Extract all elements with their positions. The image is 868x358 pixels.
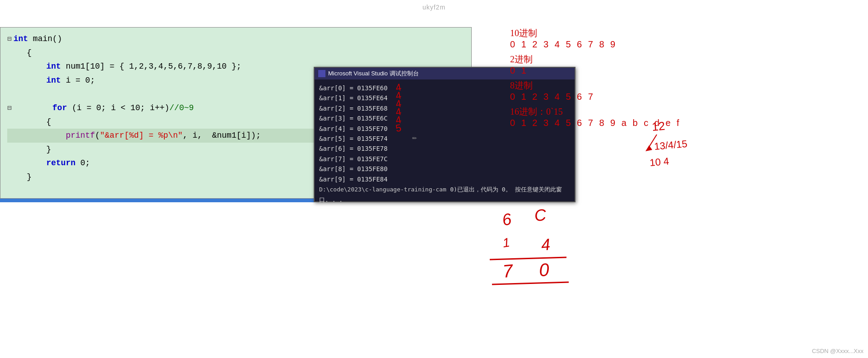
svg-text:4: 4: [540, 235, 551, 254]
console-line-5: &arr[5] = 0135FE74: [319, 134, 570, 144]
console-title: Microsoft Visual Studio 调试控制台: [328, 70, 419, 78]
decimal-section: 10进制 0 1 2 3 4 5 6 7 8 9: [510, 27, 849, 50]
hex-section: 16进制：0`15 0 1 2 3 4 5 6 7 8 9 a b c d e …: [510, 106, 849, 128]
octal-title: 8进制: [510, 79, 849, 92]
svg-text:1: 1: [502, 235, 511, 250]
hex-title: 16进制：0`15: [510, 106, 849, 118]
csdn-watermark: CSDN @Xxxx...Xxx: [812, 348, 863, 354]
console-line-8: &arr[8] = 0135FE80: [319, 164, 570, 174]
binary-section: 2进制 0 1: [510, 53, 849, 76]
binary-title: 2进制: [510, 53, 849, 65]
decimal-title: 10进制: [510, 27, 849, 39]
collapse-icon-2[interactable]: ⊟: [7, 102, 12, 115]
svg-text:10 4: 10 4: [649, 155, 669, 168]
svg-line-8: [648, 135, 657, 149]
svg-text:6: 6: [501, 209, 513, 229]
console-line-9: &arr[9] = 0135FE84: [319, 174, 570, 184]
console-exit: 0)已退出，代码为 0。: [450, 186, 511, 193]
binary-values: 0 1: [510, 65, 849, 76]
annotations-panel: 10进制 0 1 2 3 4 5 6 7 8 9 2进制 0 1 8进制 0 1…: [510, 27, 849, 132]
hex-values: 0 1 2 3 4 5 6 7 8 9 a b c d e f: [510, 118, 849, 128]
watermark: ukyf2m: [422, 4, 446, 11]
svg-text:13/4/15: 13/4/15: [654, 138, 687, 152]
svg-line-19: [492, 282, 569, 284]
code-line-2: {: [7, 46, 464, 60]
code-line-1: ⊟int main(): [7, 32, 464, 46]
collapse-icon-1[interactable]: ⊟: [7, 33, 12, 46]
keyword-int: int: [14, 32, 28, 46]
console-line-7: &arr[7] = 0135FE7C: [319, 154, 570, 164]
console-line-6: &arr[6] = 0135FE78: [319, 144, 570, 153]
svg-line-16: [490, 257, 566, 260]
svg-text:0: 0: [538, 260, 550, 280]
console-path: D:\code\2023\c-language-training-cam: [319, 186, 446, 193]
octal-values: 0 1 2 3 4 5 6 7: [510, 92, 849, 102]
console-app-icon: [318, 70, 325, 77]
svg-marker-9: [645, 145, 652, 151]
octal-section: 8进制 0 1 2 3 4 5 6 7: [510, 79, 849, 102]
svg-text:7: 7: [502, 260, 515, 281]
decimal-values: 0 1 2 3 4 5 6 7 8 9: [510, 39, 849, 50]
